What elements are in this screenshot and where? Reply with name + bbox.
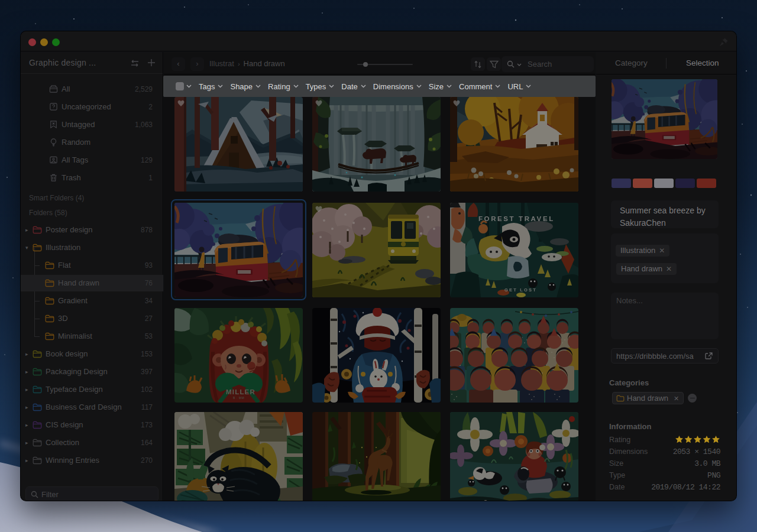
svg-text:MILLER: MILLER — [226, 388, 255, 395]
svg-text:GET LOST: GET LOST — [504, 287, 537, 293]
svg-text:B · MM: B · MM — [233, 396, 244, 400]
svg-text:FOREST TRAVEL: FOREST TRAVEL — [478, 215, 555, 222]
